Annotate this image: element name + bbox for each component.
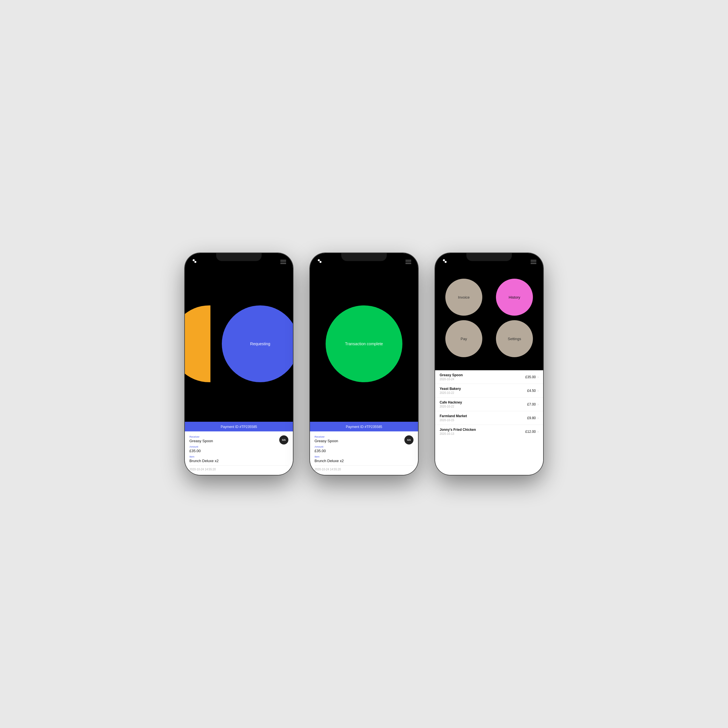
- phones-container: Requesting Payment ID #TP235585 Receiver…: [185, 253, 543, 475]
- app-logo-2: [317, 258, 323, 264]
- hamburger-menu-2[interactable]: [405, 260, 411, 264]
- tx-right-2: £4.50 ›: [527, 389, 538, 393]
- tx-amount-1: £35.00: [525, 375, 536, 379]
- phone-3: Invoice History Pay Settings: [435, 253, 543, 475]
- history-label: History: [509, 295, 520, 300]
- phone-screen-2: Transaction complete Payment ID #TP23558…: [310, 253, 418, 475]
- svg-point-2: [318, 259, 320, 262]
- amount-label-1: Amount: [190, 445, 288, 448]
- hamburger-icon-2: [405, 260, 411, 264]
- receiver-value-1: Greasy Spoon: [190, 439, 213, 443]
- hamburger-menu-1[interactable]: [280, 260, 286, 264]
- tx-chevron-1: ›: [537, 375, 538, 379]
- transaction-item-1[interactable]: Greasy Spoon 2020-10-24 £35.00 ›: [435, 370, 543, 384]
- history-button[interactable]: History: [496, 279, 533, 316]
- svg-point-5: [445, 261, 447, 263]
- payment-id-1: Payment ID #TP235585: [221, 425, 257, 429]
- tx-right-1: £35.00 ›: [525, 375, 538, 379]
- tx-date-5: 2020-10-13: [440, 432, 476, 435]
- tx-left-5: Jonny's Fried Chicken 2020-10-13: [440, 428, 476, 435]
- settings-label: Settings: [508, 337, 521, 341]
- phone-2: Transaction complete Payment ID #TP23558…: [310, 253, 418, 475]
- phone-1: Requesting Payment ID #TP235585 Receiver…: [185, 253, 293, 475]
- phone-notch-1: [216, 253, 262, 261]
- tx-date-3: 2020-10-22: [440, 405, 462, 408]
- tx-date-4: 2020-10-15: [440, 419, 467, 422]
- timestamp-1: 2020-10-24 14:55:20: [190, 465, 288, 471]
- tx-left-1: Greasy Spoon 2020-10-24: [440, 373, 463, 381]
- requesting-label: Requesting: [250, 341, 271, 346]
- complete-label: Transaction complete: [345, 341, 383, 346]
- receiver-avatar-1: GS: [279, 435, 288, 445]
- receiver-row-2: Receiver Greasy Spoon GS: [315, 435, 413, 445]
- tx-amount-4: £9.80: [527, 416, 536, 420]
- phone2-animation-area: Transaction complete: [310, 266, 418, 422]
- phone-notch-2: [341, 253, 387, 261]
- transaction-item-2[interactable]: Yeast Bakery 2020-10-22 £4.50 ›: [435, 384, 543, 398]
- transaction-item-5[interactable]: Jonny's Fried Chicken 2020-10-13 £12.00 …: [435, 425, 543, 438]
- amount-label-2: Amount: [315, 445, 413, 448]
- receiver-info-1: Receiver Greasy Spoon: [190, 435, 213, 445]
- item-value-1: Brunch Deluxe x2: [190, 459, 288, 463]
- item-label-1: Item: [190, 455, 288, 458]
- tx-amount-3: £7.00: [527, 402, 536, 406]
- payment-id-2: Payment ID #TP235585: [346, 425, 382, 429]
- amount-value-1: £35.00: [190, 449, 288, 453]
- payment-strip-2: Payment ID #TP235585: [310, 422, 418, 431]
- payment-details-1: Receiver Greasy Spoon GS Amount £35.00 I…: [185, 431, 293, 475]
- tx-chevron-2: ›: [537, 389, 538, 393]
- status-bar-left-3: [442, 258, 448, 264]
- status-bar-left-1: [192, 258, 197, 264]
- tx-chevron-4: ›: [537, 416, 538, 420]
- tx-right-3: £7.00 ›: [527, 402, 538, 406]
- svg-point-3: [320, 261, 322, 263]
- receiver-avatar-2: GS: [404, 435, 413, 445]
- phone1-animation-area: Requesting: [185, 266, 293, 422]
- svg-point-4: [443, 259, 445, 262]
- tx-left-4: Farmland Market 2020-10-15: [440, 414, 467, 422]
- payment-strip-1: Payment ID #TP235585: [185, 422, 293, 431]
- tx-name-3: Cafe Hackney: [440, 401, 462, 404]
- tx-name-2: Yeast Bakery: [440, 387, 461, 391]
- transaction-item-4[interactable]: Farmland Market 2020-10-15 £9.80 ›: [435, 411, 543, 425]
- timestamp-2: 2020-10-24 14:55:20: [315, 465, 413, 471]
- status-bar-left-2: [317, 258, 323, 264]
- hamburger-icon-3: [531, 260, 536, 264]
- tx-right-4: £9.80 ›: [527, 416, 538, 420]
- hamburger-menu-3[interactable]: [531, 260, 536, 264]
- hamburger-icon-1: [280, 260, 286, 264]
- svg-point-0: [193, 259, 195, 262]
- transaction-item-3[interactable]: Cafe Hackney 2020-10-22 £7.00 ›: [435, 398, 543, 411]
- receiver-row-1: Receiver Greasy Spoon GS: [190, 435, 288, 445]
- settings-button[interactable]: Settings: [496, 320, 533, 357]
- app-logo-3: [442, 258, 448, 264]
- tx-amount-5: £12.00: [525, 430, 536, 434]
- svg-point-1: [194, 261, 196, 263]
- receiver-value-2: Greasy Spoon: [315, 439, 338, 443]
- tx-left-3: Cafe Hackney 2020-10-22: [440, 401, 462, 408]
- tx-chevron-3: ›: [537, 402, 538, 406]
- invoice-button[interactable]: Invoice: [445, 279, 482, 316]
- receiver-label-1: Receiver: [190, 435, 213, 438]
- phone-notch-3: [466, 253, 512, 261]
- menu-grid: Invoice History Pay Settings: [435, 273, 543, 363]
- tx-chevron-5: ›: [537, 430, 538, 434]
- tx-date-2: 2020-10-22: [440, 391, 461, 395]
- tx-date-1: 2020-10-24: [440, 378, 463, 381]
- tx-name-5: Jonny's Fried Chicken: [440, 428, 476, 432]
- payment-details-2: Receiver Greasy Spoon GS Amount £35.00 I…: [310, 431, 418, 475]
- receiver-label-2: Receiver: [315, 435, 338, 438]
- amount-value-2: £35.00: [315, 449, 413, 453]
- phone-screen-1: Requesting Payment ID #TP235585 Receiver…: [185, 253, 293, 475]
- tx-name-4: Farmland Market: [440, 414, 467, 418]
- phone-screen-3: Invoice History Pay Settings: [435, 253, 543, 475]
- tx-name-1: Greasy Spoon: [440, 373, 463, 377]
- pay-button[interactable]: Pay: [445, 320, 482, 357]
- green-circle: Transaction complete: [326, 306, 402, 382]
- phone3-menu-area: Invoice History Pay Settings: [435, 266, 543, 370]
- app-logo-1: [192, 258, 197, 264]
- pay-label: Pay: [461, 337, 467, 341]
- invoice-label: Invoice: [458, 295, 470, 300]
- item-label-2: Item: [315, 455, 413, 458]
- transaction-list: Greasy Spoon 2020-10-24 £35.00 › Yeast B…: [435, 370, 543, 475]
